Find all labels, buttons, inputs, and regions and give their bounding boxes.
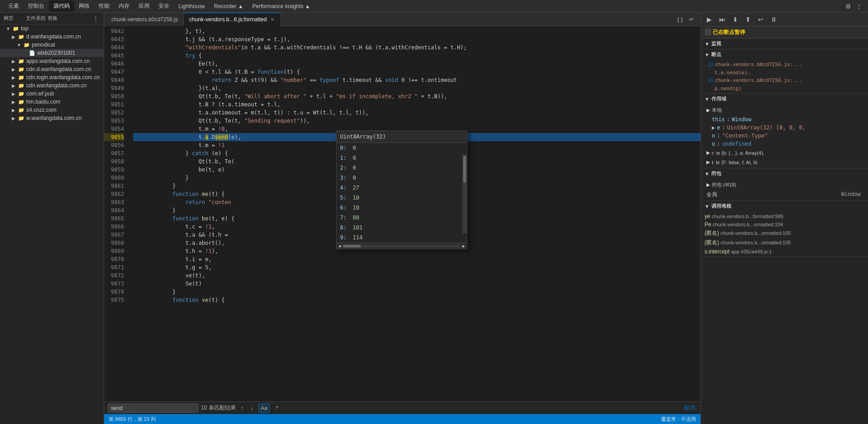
editor-tab-chunk-vendors-orig[interactable]: chunk-vendors.b0cd7256.js — [106, 13, 184, 26]
closure-4f18-label: 闭包 (4f18) — [712, 181, 736, 188]
breakpoint-checkbox-2[interactable]: ☑ — [708, 77, 713, 84]
tooltip-title: Uint8Array(32) — [336, 131, 467, 143]
callstack-item-sintercept[interactable]: s.intercept app.435ca449.js:1 — [701, 248, 868, 256]
callstack-item-ye[interactable]: ye chunk-vendors.b...formatted:985 — [701, 212, 868, 220]
debug-step-out-btn[interactable]: ⬆ — [743, 14, 753, 24]
format-icon[interactable]: { } — [676, 15, 685, 24]
tab-label: chunk-vendors.b...6.js:formatted — [189, 16, 267, 23]
search-regex-btn[interactable]: .* — [272, 404, 280, 413]
devtools-tab-recorder[interactable]: Recorder ▲ — [210, 1, 248, 11]
devtools-tab-performance[interactable]: 性能 — [94, 0, 114, 12]
debug-scroll-area[interactable]: ▼ 监视 ▼ 断点 ☑ chunk-vendors.b0cd7256.js:..… — [701, 38, 868, 424]
tree-item-cdn-login-wanfang[interactable]: ▶ 📁 cdn.login.wanfangdata.com.cn — [0, 73, 104, 81]
search-input[interactable] — [108, 404, 198, 413]
tree-item-d-wanfang[interactable]: ▶ 📁 d.wanfangdata.com.cn — [0, 33, 104, 41]
tree-item-cdn-wanfang[interactable]: ▶ 📁 cdn.wanfangdata.com.cn — [0, 81, 104, 90]
callstack-fn-ye: ye — [705, 213, 710, 219]
scope-r-header[interactable]: ▶ r: ie {b: {…}, a: Array(4), — [701, 148, 868, 157]
breakpoint-item-1[interactable]: ☑ chunk-vendors.b0cd7256.js:... — [701, 61, 868, 69]
filetree-tab-filesystem[interactable]: 文件系统 — [26, 15, 46, 22]
hscroll-right-arrow[interactable]: ▶ — [462, 242, 465, 250]
folder-icon: 📁 — [18, 75, 24, 81]
editor-toolbar-icons: { } ↵ — [673, 15, 699, 24]
tree-label-cdn-d-wanfang: cdn.d.wanfangdata.com.cn — [26, 66, 91, 72]
code-line-9850: Qt(t.b, Te(t, "Will abort after " + t.l … — [133, 92, 700, 100]
status-bar: 第 9855 行，第 23 列 覆盖率：不适用 — [104, 414, 700, 424]
devtools-tab-sources[interactable]: 源代码 — [49, 0, 74, 12]
debug-step-into-btn[interactable]: ⬇ — [730, 14, 740, 24]
debug-step-over-btn[interactable]: ⏭ — [717, 14, 728, 24]
tooltip-scrollbar[interactable] — [462, 155, 467, 233]
callstack-expand-icon: ▼ — [705, 204, 710, 209]
more-icon[interactable]: ⋮ — [854, 2, 864, 11]
search-next-btn[interactable]: ↓ — [249, 404, 256, 413]
tree-expand-icon: ▶ — [11, 59, 16, 64]
hscroll-track[interactable] — [343, 245, 460, 248]
breakpoint-checkbox-1[interactable]: ☑ — [708, 62, 713, 68]
tree-item-w-wanfang[interactable]: ▶ 📁 w.wanfangdata.com.cn — [0, 114, 104, 122]
callstack-item-pe[interactable]: Pe chunk-vendors.b...ormatted:104 — [701, 220, 868, 229]
tree-item-hm-baidu[interactable]: ▶ 📁 hm.baidu.com — [0, 98, 104, 106]
filetree-tab-webpage[interactable]: 网页 — [4, 15, 24, 22]
tree-label-top: top — [21, 25, 29, 32]
callstack-item-anon2[interactable]: (匿名) chunk-vendors.b...ormatted:105 — [701, 238, 868, 248]
search-prev-btn[interactable]: ↑ — [239, 404, 246, 413]
debug-toolbar: ▶ ⏭ ⬇ ⬆ ↩ ⏸ — [701, 13, 868, 27]
debug-scope-header[interactable]: ▼ 作用域 — [701, 94, 868, 104]
tooltip-scrollbar-thumb[interactable] — [463, 156, 466, 183]
debug-callstack-header[interactable]: ▼ 调用堆栈 — [701, 201, 868, 211]
debug-deactivate-btn[interactable]: ⏸ — [768, 14, 779, 24]
tree-item-wlxb[interactable]: 📄 wlxb202301001 — [0, 49, 104, 57]
hscroll-left-arrow[interactable]: ◀ — [338, 242, 341, 250]
code-line-9853: Qt(t.b, Te(t, "Sending request")), — [133, 117, 700, 125]
code-line-9870: t.i = e, — [133, 255, 700, 263]
devtools-tab-lighthouse[interactable]: Lighthouse — [174, 1, 210, 11]
breakpoint-item-2[interactable]: ☑ chunk-vendors.b0cd7256.js:... — [701, 76, 868, 85]
debug-watch-header[interactable]: ▼ 监视 — [701, 38, 868, 49]
scope-local-header[interactable]: ▶ 本地 — [701, 105, 868, 115]
closure-expand-icon: ▼ — [705, 171, 710, 176]
tooltip-row-2: 2:0 — [336, 163, 367, 173]
scope-e[interactable]: ▶ e:Uint8Array(32) [0, 0, 0, — [701, 124, 868, 132]
editor-tab-chunk-vendors-formatted[interactable]: chunk-vendors.b...6.js:formatted ✕ — [184, 13, 281, 26]
tree-item-s4-cnzz[interactable]: ▶ 📁 s4.cnzz.com — [0, 106, 104, 114]
devtools-tab-network[interactable]: 网络 — [74, 0, 94, 12]
settings-icon[interactable]: ⚙ — [843, 2, 854, 11]
tree-item-com-wf-pub[interactable]: ▶ 📁 com.wf.pub — [0, 90, 104, 98]
devtools-tab-console[interactable]: 控制台 — [24, 0, 49, 12]
breakpoint-ref-1: chunk-vendors.b0cd7256.js:... — [715, 62, 802, 67]
tab-close-btn[interactable]: ✕ — [269, 16, 275, 23]
file-tree-header: 网页 文件系统 替换 ⋮ — [0, 13, 104, 24]
scope-n: n:"Content-Type" — [701, 132, 868, 140]
tree-item-cdn-d-wanfang[interactable]: ▶ 📁 cdn.d.wanfangdata.com.cn — [0, 65, 104, 73]
filetree-more-btn[interactable]: ⋮ — [91, 14, 100, 22]
code-area[interactable]: 98429843984498459846 9847984898499850985… — [104, 26, 700, 401]
tooltip-horizontal-scrollbar[interactable]: ◀ ▶ — [336, 243, 467, 249]
search-cancel-btn[interactable]: 取消 — [682, 403, 697, 413]
code-text-area[interactable]: }, t), t.j && (t.a.responseType = t.j), … — [128, 26, 700, 401]
tab-label: chunk-vendors.b0cd7256.js — [111, 16, 178, 23]
devtools-tab-perf-insights[interactable]: Performance insights ▲ — [248, 1, 315, 11]
callstack-fn-sintercept: s.intercept — [705, 248, 729, 255]
devtools-tab-elements[interactable]: 元素 — [4, 0, 24, 12]
closure-4f18-header[interactable]: ▶ 闭包 (4f18) — [701, 180, 868, 190]
debug-closure-header[interactable]: ▼ 闭包 — [701, 168, 868, 179]
devtools-tab-memory[interactable]: 内存 — [114, 0, 134, 12]
debug-resume-btn[interactable]: ▶ — [705, 14, 714, 24]
hscroll-thumb[interactable] — [343, 245, 361, 248]
devtools-tab-application[interactable]: 应用 — [134, 0, 154, 12]
tree-item-top[interactable]: ▼ 📁 top — [0, 24, 104, 33]
debug-breakpoints-header[interactable]: ▼ 断点 — [701, 49, 868, 60]
jump-to-line-icon[interactable]: ↵ — [687, 15, 696, 24]
devtools-tab-security[interactable]: 安全 — [154, 0, 174, 12]
code-line-9874: } — [133, 288, 700, 296]
folder-icon: 📁 — [18, 58, 24, 64]
scope-t-header[interactable]: ▶ t: le {F: false, f: At, N: — [701, 157, 868, 167]
tree-item-apps-wanfang[interactable]: ▶ 📁 apps.wanfangdata.com.cn — [0, 57, 104, 65]
tooltip-list[interactable]: 0:0 1:0 2:0 3:0 4:27 5:10 6:10 7:80 8:10… — [336, 143, 367, 243]
callstack-item-anon1[interactable]: (匿名) chunk-vendors.b...ormatted:105 — [701, 229, 868, 238]
debug-step-btn[interactable]: ↩ — [756, 14, 766, 24]
tree-item-periodical[interactable]: ▼ 📁 periodical — [0, 41, 104, 49]
search-case-btn[interactable]: Aa — [259, 404, 270, 413]
filetree-tab-overrides[interactable]: 替换 — [48, 15, 68, 22]
